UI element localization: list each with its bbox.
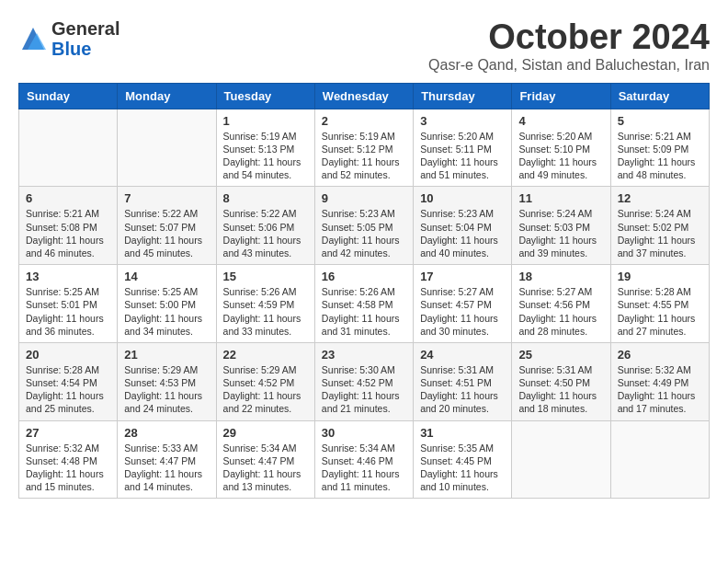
calendar-cell: 26Sunrise: 5:32 AMSunset: 4:49 PMDayligh… — [610, 342, 709, 420]
day-info: Sunrise: 5:25 AMSunset: 5:00 PMDaylight:… — [124, 285, 209, 338]
weekday-header: Thursday — [414, 83, 512, 109]
calendar-cell: 6Sunrise: 5:21 AMSunset: 5:08 PMDaylight… — [19, 187, 118, 265]
weekday-header: Wednesday — [314, 83, 413, 109]
calendar-cell: 10Sunrise: 5:23 AMSunset: 5:04 PMDayligh… — [414, 187, 512, 265]
day-number: 8 — [223, 191, 308, 205]
day-number: 29 — [223, 426, 308, 440]
calendar-week-row: 27Sunrise: 5:32 AMSunset: 4:48 PMDayligh… — [19, 420, 710, 499]
day-info: Sunrise: 5:27 AMSunset: 4:57 PMDaylight:… — [420, 285, 505, 338]
logo-blue: Blue — [51, 39, 119, 59]
month-title: October 2024 — [428, 18, 710, 57]
day-number: 15 — [223, 270, 308, 283]
weekday-header: Tuesday — [216, 83, 314, 109]
day-number: 22 — [223, 348, 308, 362]
calendar-cell: 31Sunrise: 5:35 AMSunset: 4:45 PMDayligh… — [414, 420, 512, 499]
day-info: Sunrise: 5:29 AMSunset: 4:52 PMDaylight:… — [223, 363, 308, 416]
day-number: 27 — [26, 426, 110, 440]
logo-general: General — [51, 18, 119, 39]
calendar-table: SundayMondayTuesdayWednesdayThursdayFrid… — [18, 83, 710, 499]
calendar-cell: 27Sunrise: 5:32 AMSunset: 4:48 PMDayligh… — [19, 420, 118, 499]
day-info: Sunrise: 5:22 AMSunset: 5:06 PMDaylight:… — [223, 207, 308, 259]
logo-icon — [18, 24, 48, 53]
calendar-week-row: 1Sunrise: 5:19 AMSunset: 5:13 PMDaylight… — [19, 109, 710, 187]
day-number: 9 — [322, 191, 406, 205]
calendar-cell: 9Sunrise: 5:23 AMSunset: 5:05 PMDaylight… — [314, 187, 413, 265]
day-info: Sunrise: 5:33 AMSunset: 4:47 PMDaylight:… — [124, 442, 209, 494]
day-number: 21 — [124, 348, 209, 362]
day-number: 25 — [518, 348, 603, 362]
day-number: 10 — [420, 191, 505, 205]
day-number: 30 — [322, 426, 406, 440]
day-number: 11 — [518, 191, 603, 205]
calendar-cell — [19, 109, 118, 187]
title-section: October 2024 Qasr-e Qand, Sistan and Bal… — [428, 18, 710, 74]
calendar-cell: 18Sunrise: 5:27 AMSunset: 4:56 PMDayligh… — [512, 265, 610, 343]
calendar-cell: 8Sunrise: 5:22 AMSunset: 5:06 PMDaylight… — [216, 187, 314, 265]
day-number: 13 — [26, 270, 110, 283]
day-info: Sunrise: 5:29 AMSunset: 4:53 PMDaylight:… — [124, 363, 209, 416]
calendar-cell: 2Sunrise: 5:19 AMSunset: 5:12 PMDaylight… — [314, 109, 413, 187]
weekday-header: Monday — [118, 83, 216, 109]
page-header: General Blue October 2024 Qasr-e Qand, S… — [18, 18, 710, 74]
day-info: Sunrise: 5:35 AMSunset: 4:45 PMDaylight:… — [420, 442, 505, 494]
day-info: Sunrise: 5:27 AMSunset: 4:56 PMDaylight:… — [518, 285, 603, 338]
day-info: Sunrise: 5:21 AMSunset: 5:08 PMDaylight:… — [26, 207, 110, 259]
calendar-cell — [610, 420, 709, 499]
day-info: Sunrise: 5:19 AMSunset: 5:12 PMDaylight:… — [322, 130, 406, 182]
calendar-cell: 30Sunrise: 5:34 AMSunset: 4:46 PMDayligh… — [314, 420, 413, 499]
day-number: 20 — [26, 348, 110, 362]
day-info: Sunrise: 5:26 AMSunset: 4:59 PMDaylight:… — [223, 285, 308, 338]
day-info: Sunrise: 5:30 AMSunset: 4:52 PMDaylight:… — [322, 363, 406, 416]
calendar-cell: 1Sunrise: 5:19 AMSunset: 5:13 PMDaylight… — [216, 109, 314, 187]
calendar-cell: 25Sunrise: 5:31 AMSunset: 4:50 PMDayligh… — [512, 342, 610, 420]
day-info: Sunrise: 5:28 AMSunset: 4:55 PMDaylight:… — [618, 285, 702, 338]
calendar-cell: 15Sunrise: 5:26 AMSunset: 4:59 PMDayligh… — [216, 265, 314, 343]
calendar-cell: 24Sunrise: 5:31 AMSunset: 4:51 PMDayligh… — [414, 342, 512, 420]
day-number: 24 — [420, 348, 505, 362]
day-number: 19 — [618, 270, 702, 283]
calendar-week-row: 20Sunrise: 5:28 AMSunset: 4:54 PMDayligh… — [19, 342, 710, 420]
day-info: Sunrise: 5:22 AMSunset: 5:07 PMDaylight:… — [124, 207, 209, 259]
day-number: 26 — [618, 348, 702, 362]
calendar-cell — [118, 109, 216, 187]
day-info: Sunrise: 5:23 AMSunset: 5:04 PMDaylight:… — [420, 207, 505, 259]
calendar-cell: 7Sunrise: 5:22 AMSunset: 5:07 PMDaylight… — [118, 187, 216, 265]
day-number: 23 — [322, 348, 406, 362]
weekday-header: Saturday — [610, 83, 709, 109]
day-info: Sunrise: 5:25 AMSunset: 5:01 PMDaylight:… — [26, 285, 110, 338]
day-info: Sunrise: 5:31 AMSunset: 4:51 PMDaylight:… — [420, 363, 505, 416]
location-title: Qasr-e Qand, Sistan and Baluchestan, Ira… — [428, 57, 710, 74]
calendar-cell: 11Sunrise: 5:24 AMSunset: 5:03 PMDayligh… — [512, 187, 610, 265]
day-number: 1 — [223, 114, 308, 128]
calendar-cell: 14Sunrise: 5:25 AMSunset: 5:00 PMDayligh… — [118, 265, 216, 343]
day-number: 12 — [618, 191, 702, 205]
calendar-week-row: 6Sunrise: 5:21 AMSunset: 5:08 PMDaylight… — [19, 187, 710, 265]
day-number: 7 — [124, 191, 209, 205]
calendar-cell: 12Sunrise: 5:24 AMSunset: 5:02 PMDayligh… — [610, 187, 709, 265]
day-number: 17 — [420, 270, 505, 283]
day-number: 14 — [124, 270, 209, 283]
day-info: Sunrise: 5:24 AMSunset: 5:03 PMDaylight:… — [518, 207, 603, 259]
weekday-header-row: SundayMondayTuesdayWednesdayThursdayFrid… — [19, 83, 710, 109]
day-info: Sunrise: 5:26 AMSunset: 4:58 PMDaylight:… — [322, 285, 406, 338]
weekday-header: Friday — [512, 83, 610, 109]
calendar-cell: 17Sunrise: 5:27 AMSunset: 4:57 PMDayligh… — [414, 265, 512, 343]
calendar-cell: 16Sunrise: 5:26 AMSunset: 4:58 PMDayligh… — [314, 265, 413, 343]
calendar-cell: 22Sunrise: 5:29 AMSunset: 4:52 PMDayligh… — [216, 342, 314, 420]
day-info: Sunrise: 5:20 AMSunset: 5:10 PMDaylight:… — [518, 130, 603, 182]
calendar-cell: 21Sunrise: 5:29 AMSunset: 4:53 PMDayligh… — [118, 342, 216, 420]
day-number: 6 — [26, 191, 110, 205]
day-info: Sunrise: 5:19 AMSunset: 5:13 PMDaylight:… — [223, 130, 308, 182]
day-info: Sunrise: 5:32 AMSunset: 4:49 PMDaylight:… — [618, 363, 702, 416]
day-info: Sunrise: 5:31 AMSunset: 4:50 PMDaylight:… — [518, 363, 603, 416]
calendar-cell: 3Sunrise: 5:20 AMSunset: 5:11 PMDaylight… — [414, 109, 512, 187]
day-number: 16 — [322, 270, 406, 283]
day-number: 18 — [518, 270, 603, 283]
day-info: Sunrise: 5:34 AMSunset: 4:47 PMDaylight:… — [223, 442, 308, 494]
calendar-cell: 29Sunrise: 5:34 AMSunset: 4:47 PMDayligh… — [216, 420, 314, 499]
day-number: 3 — [420, 114, 505, 128]
calendar-cell — [512, 420, 610, 499]
weekday-header: Sunday — [19, 83, 118, 109]
day-info: Sunrise: 5:32 AMSunset: 4:48 PMDaylight:… — [26, 442, 110, 494]
day-number: 28 — [124, 426, 209, 440]
